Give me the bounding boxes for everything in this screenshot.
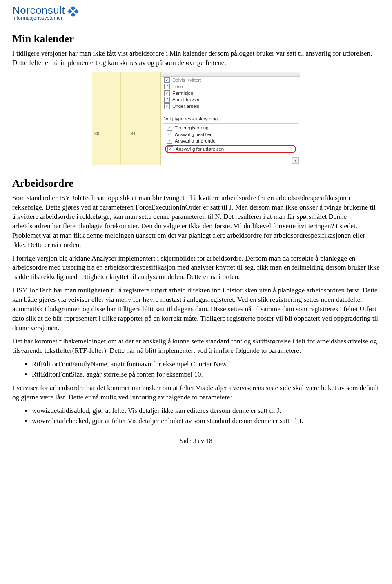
checkbox-row[interactable]: ✓ Ferie bbox=[161, 83, 300, 90]
options-panel: ✓ Delvis Kvittert ✓ Ferie ✓ Permisjon ✓ … bbox=[161, 72, 300, 165]
logo-subtitle: Informasjonssystemer bbox=[12, 16, 65, 20]
bullet-list: wowizdetaildisabled, gjør at feltet Vis … bbox=[12, 406, 380, 426]
paragraph: I tidligere versjoner har man ikke fått … bbox=[12, 49, 380, 68]
group-box: ✓ Timeregistrering ✓ Ansvarlig bestiller… bbox=[163, 123, 298, 153]
checkbox-row[interactable]: ✓ Delvis Kvittert bbox=[161, 77, 300, 83]
checkbox-icon: ✓ bbox=[164, 97, 170, 103]
checkbox-icon: ✓ bbox=[164, 103, 170, 109]
calendar-day: 30 bbox=[94, 131, 99, 136]
list-item: wowizdetaildisabled, gjør at feltet Vis … bbox=[32, 406, 380, 416]
checkbox-label: Ferie bbox=[172, 84, 183, 89]
group-label: Velg type ressursknytning bbox=[161, 112, 300, 123]
checkbox-row[interactable]: ✓ Annet fravær bbox=[161, 96, 300, 103]
panel-header-strip bbox=[161, 72, 300, 77]
checkbox-label: Under arbeid bbox=[172, 104, 199, 109]
checkbox-row[interactable]: ✓ Permisjon bbox=[161, 90, 300, 96]
checkbox-label: Timeregistrering bbox=[175, 125, 209, 130]
checkbox-icon: ✓ bbox=[167, 132, 172, 137]
page-footer: Side 3 av 18 bbox=[12, 437, 380, 445]
svg-rect-2 bbox=[74, 9, 79, 13]
checkbox-icon: ✓ bbox=[164, 90, 170, 96]
logo-icon bbox=[67, 6, 79, 17]
paragraph: Som standard er ISY JobTech satt opp sli… bbox=[12, 194, 380, 250]
paragraph: Det har kommet tilbakemeldinger om at de… bbox=[12, 337, 380, 356]
checkbox-icon: ✓ bbox=[167, 125, 172, 131]
list-item: wowizdetailchecked, gjør at feltet Vis d… bbox=[32, 417, 380, 426]
calendar-column: 30 31 bbox=[92, 72, 161, 165]
checkbox-label: Permisjon bbox=[172, 91, 193, 96]
svg-rect-0 bbox=[71, 6, 76, 10]
chevron-down-icon: ▾ bbox=[294, 158, 296, 163]
paragraph: I forrige versjon ble arkfane Analyser i… bbox=[12, 254, 380, 282]
checkbox-label: Ansvarlig for utførelsen bbox=[176, 147, 224, 152]
checkbox-row[interactable]: ✓ Ansvarlig utførende bbox=[163, 138, 298, 144]
checkbox-row[interactable]: ✓ Timeregistrering bbox=[163, 125, 298, 131]
logo-brand: Norconsult bbox=[12, 5, 65, 16]
scroll-down-button[interactable]: ▾ bbox=[292, 157, 299, 164]
list-item: RtfEditorFontSize, angår størrelse på fo… bbox=[32, 370, 380, 379]
checkbox-label: Annet fravær bbox=[172, 97, 199, 102]
checkbox-icon: ✓ bbox=[167, 146, 173, 152]
checkbox-icon: ✓ bbox=[164, 84, 170, 89]
bullet-list: RtfEditorFontFamilyName, angir fontnavn … bbox=[12, 360, 380, 379]
checkbox-label: Delvis Kvittert bbox=[172, 78, 201, 82]
page-number: Side 3 av 18 bbox=[180, 437, 212, 444]
paragraph: I veiviser for arbeidsordre har det komm… bbox=[12, 383, 380, 402]
checkbox-icon: ✓ bbox=[167, 138, 172, 144]
svg-rect-3 bbox=[71, 12, 76, 17]
list-item: RtfEditorFontFamilyName, angir fontnavn … bbox=[32, 360, 380, 369]
paragraph: I ISY JobTech har man muligheten til å r… bbox=[12, 286, 380, 333]
heading-arbeidsordre: Arbeidsordre bbox=[12, 177, 380, 189]
embedded-screenshot: 30 31 ✓ Delvis Kvittert ✓ Ferie ✓ Permis… bbox=[92, 72, 300, 165]
checkbox-row[interactable]: ✓ Under arbeid bbox=[161, 103, 300, 109]
checkbox-icon: ✓ bbox=[164, 77, 170, 83]
svg-rect-1 bbox=[68, 9, 72, 13]
highlighted-checkbox-row[interactable]: ✓ Ansvarlig for utførelsen bbox=[165, 145, 296, 153]
logo: Norconsult Informasjonssystemer bbox=[12, 5, 380, 20]
checkbox-label: Ansvarlig bestiller bbox=[175, 132, 212, 137]
checkbox-label: Ansvarlig utførende bbox=[175, 138, 216, 143]
calendar-day: 31 bbox=[131, 131, 136, 136]
heading-min-kalender: Min kalender bbox=[12, 33, 380, 45]
checkbox-row[interactable]: ✓ Ansvarlig bestiller bbox=[163, 131, 298, 138]
